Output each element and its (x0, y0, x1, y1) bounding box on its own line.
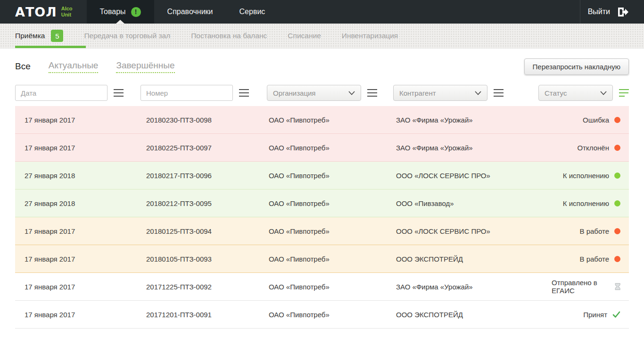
table-row[interactable]: 27 января 2018 20180217-ПТЗ-0096 ОАО «Пи… (15, 162, 629, 189)
hourglass-icon (615, 282, 620, 291)
status-label: В работе (579, 227, 609, 235)
tab-peredacha-label: Передача в торговый зал (84, 32, 170, 40)
counterparty-filter-menu-icon[interactable] (494, 89, 504, 97)
row-organization: ОАО «Пивпотреб» (269, 199, 396, 207)
row-date: 17 января 2017 (25, 116, 146, 124)
tab-spisanie[interactable]: Списание (288, 24, 321, 48)
row-counterparty: ООО «Пивзавод» (396, 199, 552, 207)
number-filter-input[interactable] (140, 85, 233, 101)
status-label: Принят (583, 311, 607, 319)
row-organization: ОАО «Пивпотреб» (269, 116, 396, 124)
status-label: В работе (579, 255, 609, 263)
organization-dropdown-label: Организация (273, 89, 315, 97)
organization-filter-menu-icon[interactable] (367, 89, 377, 97)
row-status: Принят (552, 311, 629, 319)
status-dot-icon (614, 145, 620, 151)
logout-label: Выйти (588, 8, 610, 16)
row-status: Ошибка (552, 116, 629, 124)
documents-table: 17 января 2017 20180230-ПТЗ-0098 ОАО «Пи… (15, 106, 629, 329)
status-label: Отправлено в ЕГАИС (552, 279, 610, 295)
tab-inventarizaciya-label: Инвентаризация (342, 32, 398, 40)
view-filter-finished[interactable]: Завершённые (116, 60, 174, 73)
organization-dropdown[interactable]: Организация (267, 85, 361, 101)
tab-priemka-label: Приёмка (15, 32, 45, 40)
status-filter-menu-icon[interactable] (619, 89, 629, 97)
top-navbar: АТОЛ AlcoUnit Товары ! Справочники Серви… (0, 0, 644, 24)
chevron-down-icon (600, 91, 607, 95)
tab-peredacha[interactable]: Передача в торговый зал (84, 24, 170, 48)
row-date: 17 января 2017 (25, 283, 146, 291)
table-row[interactable]: 17 января 2017 20180225-ПТЗ-0097 ОАО «Пи… (15, 134, 629, 162)
row-date: 27 января 2018 (25, 172, 146, 180)
row-counterparty: ЗАО «Фирма «Урожай» (396, 283, 552, 291)
status-label: Ошибка (583, 116, 609, 124)
table-row[interactable]: 17 января 2017 20171225-ПТЗ-0092 ОАО «Пи… (15, 273, 629, 301)
exclamation-badge-icon: ! (131, 7, 141, 17)
view-filter-all[interactable]: Все (15, 61, 31, 72)
row-number: 20171225-ПТЗ-0092 (146, 283, 269, 291)
requery-invoice-button[interactable]: Перезапросить накладную (524, 58, 629, 75)
row-date: 17 января 2017 (25, 255, 146, 263)
status-dot-icon (614, 256, 620, 262)
main-content: Все Актуальные Завершённые Перезапросить… (0, 58, 644, 329)
menu-item-goods[interactable]: Товары ! (87, 0, 154, 24)
counterparty-dropdown-label: Контрагент (399, 89, 436, 97)
row-organization: ОАО «Пивпотреб» (269, 283, 396, 291)
table-row[interactable]: 17 января 2017 20180230-ПТЗ-0098 ОАО «Пи… (15, 106, 629, 134)
row-status: К исполнению (552, 199, 629, 207)
menu-item-service[interactable]: Сервис (226, 0, 279, 24)
table-row[interactable]: 27 января 2018 20180212-ПТЗ-0095 ОАО «Пи… (15, 189, 629, 217)
row-number: 20171201-ПТЗ-0091 (146, 311, 269, 319)
row-organization: ОАО «Пивпотреб» (269, 311, 396, 319)
row-date: 17 января 2017 (25, 311, 146, 319)
view-filter-row: Все Актуальные Завершённые Перезапросить… (15, 58, 629, 75)
row-counterparty: ООО «ЛОСК СЕРВИС ПРО» (396, 227, 552, 235)
row-status: В работе (552, 255, 629, 263)
row-organization: ОАО «Пивпотреб» (269, 172, 396, 180)
counterparty-dropdown[interactable]: Контрагент (393, 85, 487, 101)
column-filter-row: Организация Контрагент Статус (15, 85, 629, 101)
logout-icon (616, 6, 629, 18)
row-status: Отправлено в ЕГАИС (552, 279, 629, 295)
status-label: К исполнению (563, 199, 609, 207)
menu-item-directories[interactable]: Справочники (154, 0, 226, 24)
row-counterparty: ООО ЭКСПОТРЕЙД (396, 311, 552, 319)
menu-item-service-label: Сервис (239, 8, 265, 16)
menu-item-directories-label: Справочники (167, 8, 213, 16)
status-label: Отклонён (578, 144, 609, 152)
tab-spisanie-label: Списание (288, 32, 321, 40)
status-dropdown-label: Статус (545, 89, 567, 97)
status-label: К исполнению (563, 172, 609, 180)
status-dropdown[interactable]: Статус (538, 85, 613, 101)
date-filter-menu-icon[interactable] (114, 89, 124, 97)
view-filter-actual[interactable]: Актуальные (49, 60, 99, 73)
row-organization: ОАО «Пивпотреб» (269, 144, 396, 152)
date-filter-input[interactable] (15, 85, 107, 101)
menu-item-goods-label: Товары (100, 8, 126, 16)
row-counterparty: ЗАО «Фирма «Урожай» (396, 116, 552, 124)
row-organization: ОАО «Пивпотреб» (269, 227, 396, 235)
row-counterparty: ООО «ЛОСК СЕРВИС ПРО» (396, 172, 552, 180)
tab-inventarizaciya[interactable]: Инвентаризация (342, 24, 398, 48)
table-row[interactable]: 17 января 2017 20180125-ПТЗ-0094 ОАО «Пи… (15, 217, 629, 245)
table-row[interactable]: 17 января 2017 20171201-ПТЗ-0091 ОАО «Пи… (15, 301, 629, 329)
row-date: 17 января 2017 (25, 144, 146, 152)
brand-logo: АТОЛ AlcoUnit (0, 0, 73, 24)
table-row[interactable]: 17 января 2017 20180105-ПТЗ-0093 ОАО «Пи… (15, 245, 629, 273)
navbar-spacer (278, 0, 579, 24)
row-number: 20180105-ПТЗ-0093 (146, 255, 269, 263)
number-filter-menu-icon[interactable] (239, 89, 249, 97)
tab-postanovka[interactable]: Постановка на баланс (191, 24, 267, 48)
tab-priemka[interactable]: Приёмка 5 (15, 24, 63, 48)
logout-button[interactable]: Выйти (580, 0, 644, 24)
row-status: Отклонён (552, 144, 629, 152)
tab-postanovka-label: Постановка на баланс (191, 32, 267, 40)
row-number: 20180212-ПТЗ-0095 (146, 199, 269, 207)
row-status: В работе (552, 227, 629, 235)
row-number: 20180217-ПТЗ-0096 (146, 172, 269, 180)
row-date: 17 января 2017 (25, 227, 146, 235)
chevron-down-icon (348, 91, 355, 95)
priemka-count-badge: 5 (51, 30, 63, 42)
main-menu: Товары ! Справочники Сервис (87, 0, 279, 24)
status-dot-icon (614, 228, 620, 234)
